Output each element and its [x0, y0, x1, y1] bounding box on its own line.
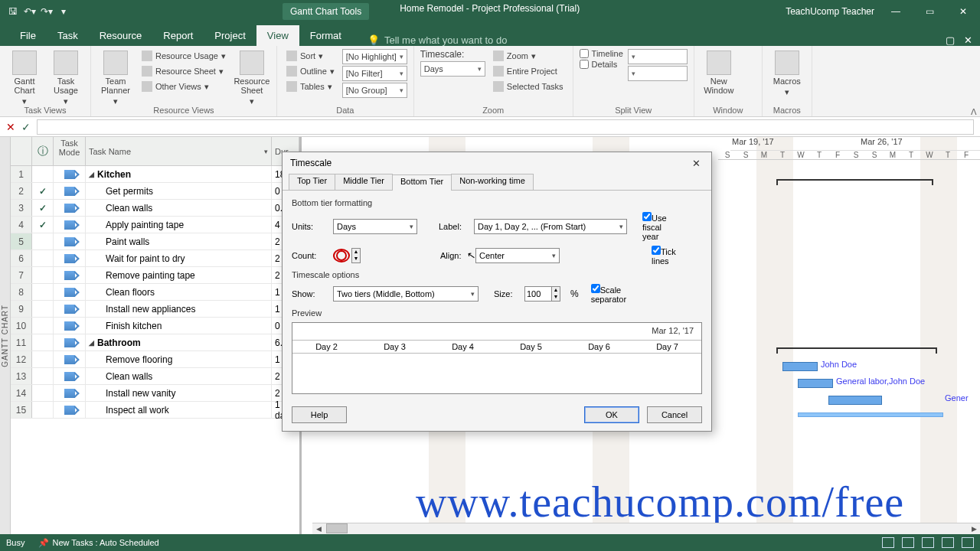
view-gantt-icon[interactable]	[882, 537, 894, 548]
ok-button[interactable]: OK	[584, 406, 639, 423]
count-spinner[interactable]: ▲▼	[351, 248, 361, 263]
sort-button[interactable]: Sort ▾	[283, 49, 338, 63]
scroll-left-icon[interactable]: ◀	[312, 523, 325, 534]
outline-button[interactable]: Outline ▾	[283, 64, 338, 78]
row-mode[interactable]	[54, 385, 86, 401]
row-task-name[interactable]: Clean walls	[86, 200, 272, 216]
tab-bottom-tier[interactable]: Bottom Tier	[392, 174, 452, 191]
row-mode[interactable]	[54, 301, 86, 317]
row-number[interactable]: 3	[11, 200, 32, 216]
view-team-icon[interactable]	[922, 537, 934, 548]
row-mode[interactable]	[54, 233, 86, 249]
timeline-combo[interactable]	[628, 49, 688, 64]
row-number[interactable]: 2	[11, 183, 32, 199]
row-mode[interactable]	[54, 284, 86, 300]
timeline-checkbox[interactable]: Timeline	[580, 49, 623, 58]
row-number[interactable]: 13	[11, 368, 32, 384]
row-mode[interactable]	[54, 267, 86, 283]
table-row[interactable]: 15Inspect all work1 day!	[11, 402, 299, 419]
help-button[interactable]: Help	[292, 406, 347, 423]
row-number[interactable]: 8	[11, 284, 32, 300]
row-number[interactable]: 9	[11, 301, 32, 317]
table-row[interactable]: 13Clean walls2 da	[11, 368, 299, 385]
tab-report[interactable]: Report	[152, 25, 204, 46]
row-task-name[interactable]: Get permits	[86, 183, 272, 199]
save-icon[interactable]: 🖫	[6, 5, 20, 18]
show-combo[interactable]: Two tiers (Middle, Bottom)	[333, 286, 479, 302]
table-row[interactable]: 8Clean floors1 da	[11, 284, 299, 301]
row-mode[interactable]	[54, 351, 86, 367]
col-rownum[interactable]	[11, 137, 32, 165]
row-number[interactable]: 4	[11, 217, 32, 233]
highlight-dropdown[interactable]: [No Highlight]	[342, 49, 407, 64]
tab-resource[interactable]: Resource	[89, 25, 153, 46]
row-mode[interactable]	[54, 402, 86, 418]
window-close-icon[interactable]: ✕	[951, 1, 975, 22]
selected-tasks-button[interactable]: Selected Tasks	[490, 80, 567, 93]
timescale-dropdown[interactable]: Days	[420, 61, 485, 77]
table-row[interactable]: 7Remove painting tape2 da	[11, 267, 299, 284]
new-window-button[interactable]: New Window	[701, 49, 737, 96]
table-row[interactable]: 3✓Clean walls0.5	[11, 200, 299, 217]
tab-view[interactable]: View	[256, 25, 299, 46]
row-mode[interactable]	[54, 334, 86, 350]
task-usage-button[interactable]: Task Usage▾	[47, 49, 84, 107]
col-task-name[interactable]: Task Name▾	[86, 137, 272, 165]
size-spinner[interactable]: 100▲▼	[524, 286, 552, 302]
row-mode[interactable]	[54, 217, 86, 233]
ribbon-box-icon[interactable]: ▢	[946, 34, 955, 46]
row-number[interactable]: 12	[11, 351, 32, 367]
tab-middle-tier[interactable]: Middle Tier	[335, 174, 393, 190]
other-views-button[interactable]: Other Views ▾	[139, 80, 229, 93]
row-task-name[interactable]: Kitchen	[86, 166, 272, 182]
redo-icon[interactable]: ↷▾	[40, 5, 54, 18]
table-row[interactable]: 14Install new vanity2 da	[11, 385, 299, 402]
row-task-name[interactable]: Bathroom	[86, 334, 272, 350]
arrange-icon[interactable]	[742, 49, 756, 61]
view-resource-icon[interactable]	[942, 537, 954, 548]
gantt-bar[interactable]	[828, 396, 882, 405]
row-task-name[interactable]: Paint walls	[86, 233, 272, 249]
resource-sheet-button[interactable]: Resource Sheet ▾	[139, 64, 229, 78]
window-restore-icon[interactable]: ▭	[917, 1, 942, 22]
row-task-name[interactable]: Install new vanity	[86, 385, 272, 401]
row-task-name[interactable]: Finish kitchen	[86, 318, 272, 334]
tell-me-search[interactable]: 💡 Tell me what you want to do	[352, 34, 946, 46]
entry-field[interactable]	[37, 119, 974, 135]
accept-edit-icon[interactable]: ✓	[21, 121, 31, 133]
cancel-edit-icon[interactable]: ✕	[6, 121, 15, 133]
scale-separator-checkbox[interactable]: Scale separator	[591, 284, 626, 304]
switch-icon[interactable]	[742, 77, 756, 89]
row-number[interactable]: 15	[11, 402, 32, 418]
tab-top-tier[interactable]: Top Tier	[289, 174, 335, 190]
table-row[interactable]: 2✓Get permits0 da	[11, 183, 299, 200]
zoom-button[interactable]: Zoom ▾	[490, 49, 567, 63]
view-report-icon[interactable]	[962, 537, 974, 548]
row-number[interactable]: 1	[11, 166, 32, 182]
scroll-thumb[interactable]	[326, 523, 348, 533]
gantt-bar[interactable]	[798, 379, 833, 388]
qat-more-icon[interactable]: ▾	[57, 5, 70, 18]
row-number[interactable]: 11	[11, 334, 32, 350]
table-row[interactable]: 10Finish kitchen0 da	[11, 318, 299, 334]
team-planner-button[interactable]: Team Planner▾	[97, 49, 134, 107]
tab-project[interactable]: Project	[204, 25, 256, 46]
tick-lines-checkbox[interactable]: Tick lines	[652, 246, 687, 266]
col-task-mode[interactable]: TaskMode	[54, 137, 86, 165]
cancel-button[interactable]: Cancel	[647, 406, 702, 423]
table-row[interactable]: 1Kitchen18.1	[11, 166, 299, 183]
table-row[interactable]: 11Bathroom6.13	[11, 334, 299, 351]
window-minimize-icon[interactable]: —	[884, 1, 908, 22]
dialog-close-icon[interactable]: ✕	[688, 158, 704, 169]
gantt-bar[interactable]	[798, 412, 943, 417]
fiscal-year-checkbox[interactable]: Use fiscal year	[642, 212, 678, 241]
label-combo[interactable]: Day 1, Day 2, ... (From Start)	[474, 219, 627, 234]
row-task-name[interactable]: Remove painting tape	[86, 267, 272, 283]
row-task-name[interactable]: Inspect all work	[86, 402, 272, 418]
details-checkbox[interactable]: Details	[580, 60, 623, 69]
align-combo[interactable]: Center	[475, 248, 560, 263]
tab-file[interactable]: File	[9, 25, 47, 46]
gantt-chart-button[interactable]: Gantt Chart▾	[6, 49, 43, 107]
row-number[interactable]: 10	[11, 318, 32, 334]
dialog-titlebar[interactable]: Timescale ✕	[283, 152, 711, 174]
